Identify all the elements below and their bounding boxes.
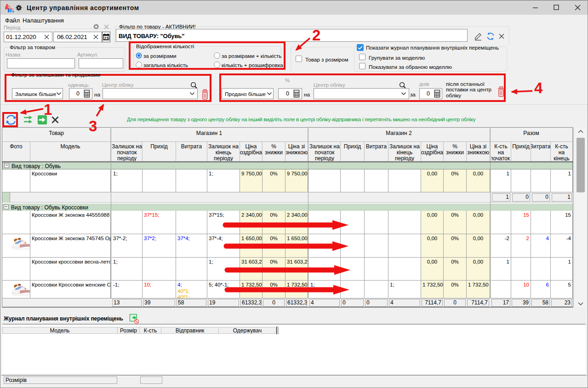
svg-text:23: 23 bbox=[104, 36, 108, 40]
